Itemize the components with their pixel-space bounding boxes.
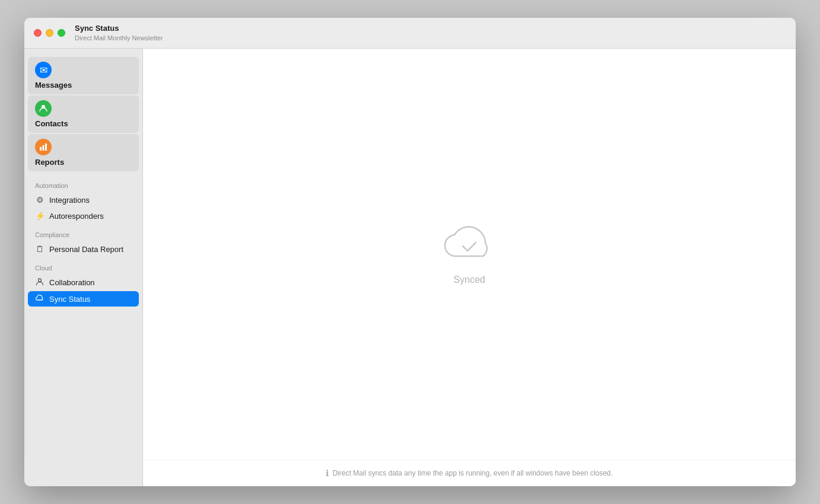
window-title: Sync Status — [75, 24, 163, 34]
synced-label: Synced — [453, 275, 485, 285]
content-main: Synced — [143, 49, 796, 460]
cloud-header: Cloud — [24, 257, 142, 274]
cloud-section: Cloud Collaboration — [24, 257, 142, 307]
svg-rect-3 — [45, 143, 47, 151]
info-icon: ℹ — [326, 468, 329, 478]
app-window: Sync Status Direct Mail Monthly Newslett… — [24, 18, 796, 486]
sidebar-item-autoresponders[interactable]: ⚡ Autoresponders — [28, 208, 139, 224]
lightning-icon: ⚡ — [35, 211, 45, 221]
sidebar-item-integrations[interactable]: ⚙ Integrations — [28, 192, 139, 208]
content-footer: ℹ Direct Mail syncs data any time the ap… — [143, 460, 796, 486]
compliance-header: Compliance — [24, 224, 142, 241]
contacts-label: Contacts — [35, 119, 68, 128]
personal-data-label: Personal Data Report — [49, 245, 123, 254]
automation-header: Automation — [24, 175, 142, 192]
contacts-icon — [35, 100, 52, 117]
sidebar-item-contacts[interactable]: Contacts — [28, 95, 139, 133]
autoresponders-label: Autoresponders — [49, 212, 104, 221]
svg-rect-1 — [40, 147, 42, 151]
sidebar-item-collaboration[interactable]: Collaboration — [28, 275, 139, 291]
sidebar-top-nav: ✉ Messages Contacts — [24, 56, 142, 173]
sidebar-item-personal-data-report[interactable]: 🗒 Personal Data Report — [28, 241, 139, 257]
traffic-lights — [34, 29, 65, 37]
compliance-section: Compliance 🗒 Personal Data Report — [24, 224, 142, 257]
cloud-check-icon — [443, 224, 496, 267]
messages-icon: ✉ — [35, 62, 52, 78]
close-button[interactable] — [34, 29, 42, 37]
svg-point-4 — [39, 279, 42, 282]
integrations-label: Integrations — [49, 196, 90, 205]
gear-icon: ⚙ — [35, 195, 45, 205]
minimize-button[interactable] — [46, 29, 53, 37]
cloud-icon — [35, 294, 45, 304]
titlebar: Sync Status Direct Mail Monthly Newslett… — [24, 18, 796, 49]
window-subtitle: Direct Mail Monthly Newsletter — [75, 34, 163, 42]
collaboration-label: Collaboration — [49, 278, 95, 287]
reports-icon — [35, 139, 52, 155]
person-icon — [35, 277, 45, 288]
sidebar-item-messages[interactable]: ✉ Messages — [28, 57, 139, 94]
reports-label: Reports — [35, 158, 64, 167]
titlebar-info: Sync Status Direct Mail Monthly Newslett… — [75, 24, 163, 42]
sidebar: ✉ Messages Contacts — [24, 49, 143, 486]
footer-text: Direct Mail syncs data any time the app … — [332, 469, 612, 477]
messages-label: Messages — [35, 81, 72, 90]
document-icon: 🗒 — [35, 244, 45, 254]
automation-section: Automation ⚙ Integrations ⚡ Autoresponde… — [24, 175, 142, 224]
sync-status-label: Sync Status — [49, 295, 90, 304]
content-area: Synced ℹ Direct Mail syncs data any time… — [143, 49, 796, 486]
maximize-button[interactable] — [58, 29, 65, 37]
sidebar-item-sync-status[interactable]: Sync Status — [28, 291, 139, 307]
main-area: ✉ Messages Contacts — [24, 49, 796, 486]
svg-rect-2 — [43, 145, 45, 151]
sidebar-item-reports[interactable]: Reports — [28, 134, 139, 171]
synced-state: Synced — [443, 224, 496, 285]
